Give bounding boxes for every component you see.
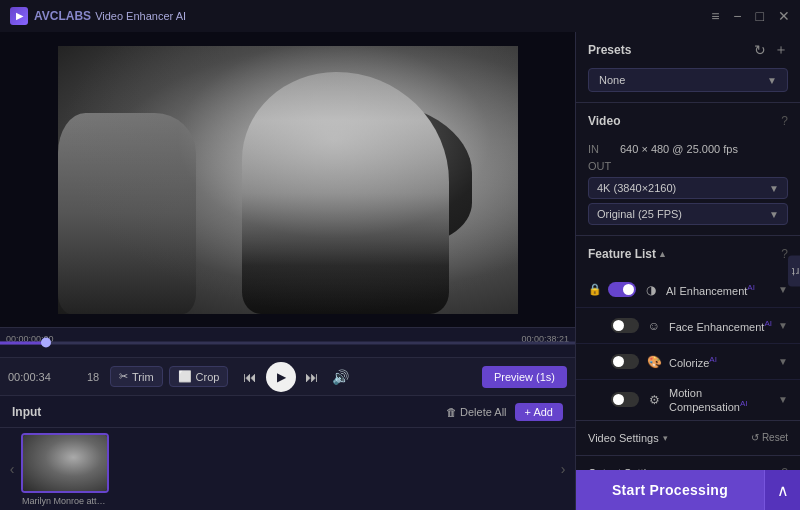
feature-name: Face EnhancementAI [669, 319, 772, 333]
video-out-row: OUT [588, 160, 788, 172]
file-thumbnail [21, 433, 109, 493]
main-layout: 00:00:00:00 00:00:38:21 00:00:34 18 ✂ Tr… [0, 32, 800, 510]
minimize-icon[interactable]: − [733, 9, 741, 23]
face-enhancement-toggle[interactable] [611, 318, 639, 333]
chevron-down-icon: ▼ [767, 75, 777, 86]
play-button[interactable]: ▶ [266, 362, 296, 392]
timeline-area[interactable]: 00:00:00:00 00:00:38:21 [0, 327, 575, 357]
fps-value: Original (25 FPS) [597, 208, 682, 220]
feature-list-chevron[interactable]: ▲ [658, 249, 667, 259]
titlebar: ▶ AVCLABS Video Enhancer AI ≡ − □ ✕ [0, 0, 800, 32]
scroll-right-arrow[interactable]: › [555, 461, 571, 477]
crop-icon: ⬜ [178, 370, 192, 383]
maximize-icon[interactable]: □ [756, 9, 764, 23]
colorize-toggle[interactable] [611, 354, 639, 369]
trim-button[interactable]: ✂ Trim [110, 366, 163, 387]
output-settings-section: Output Settings ▾ ? [576, 456, 800, 470]
file-list: Marilyn Monroe atten... [20, 433, 555, 506]
file-name: Marilyn Monroe atten... [22, 496, 108, 506]
toggle-knob [613, 320, 624, 331]
input-title: Input [12, 405, 41, 419]
export-tab[interactable]: Export [788, 256, 800, 287]
chevron-down-icon: ▼ [769, 183, 779, 194]
scroll-left-arrow[interactable]: ‹ [4, 461, 20, 477]
in-value: 640 × 480 @ 25.000 fps [620, 143, 738, 155]
list-item[interactable]: Marilyn Monroe atten... [20, 433, 110, 506]
out-label: OUT [588, 160, 620, 172]
chevron-down-icon: ▼ [769, 209, 779, 220]
close-icon[interactable]: ✕ [778, 9, 790, 23]
settings-actions: ↺ Reset [751, 432, 788, 443]
fps-dropdown[interactable]: Original (25 FPS) ▼ [588, 203, 788, 225]
video-preview [0, 32, 575, 327]
delete-all-button[interactable]: 🗑 Delete All [446, 406, 506, 418]
preset-dropdown[interactable]: None ▼ [588, 68, 788, 92]
resolution-dropdown[interactable]: 4K (3840×2160) ▼ [588, 177, 788, 199]
expand-icon[interactable]: ▼ [778, 356, 788, 367]
start-processing-area: Start Processing ∧ [576, 470, 800, 510]
feature-name: Motion CompensationAI [669, 387, 772, 413]
video-help: ? [781, 114, 788, 128]
expand-icon[interactable]: ▼ [778, 320, 788, 331]
motion-compensation-toggle[interactable] [611, 392, 639, 407]
video-bw-overlay [58, 46, 518, 314]
feature-list-section: Feature List ▲ ? 🔒 ◑ AI EnhancementAI [576, 236, 800, 421]
expand-icon[interactable]: ▼ [778, 284, 788, 295]
input-content: ‹ Marilyn Monroe atten... › [0, 428, 575, 510]
app-name: AVCLABS [34, 9, 91, 23]
trash-icon: 🗑 [446, 406, 457, 418]
add-button[interactable]: + Add [515, 403, 563, 421]
toggle-knob [613, 394, 624, 405]
face-icon: ☺ [645, 317, 663, 335]
refresh-presets-button[interactable]: ↻ [754, 42, 766, 58]
motion-icon: ⚙ [645, 391, 663, 409]
thumb-figures [23, 435, 107, 491]
video-title: Video [588, 114, 620, 128]
skip-forward-button[interactable]: ⏭ [300, 365, 324, 389]
transport-controls: ⏮ ▶ ⏭ 🔊 [238, 362, 349, 392]
left-panel: 00:00:00:00 00:00:38:21 00:00:34 18 ✂ Tr… [0, 32, 575, 510]
feature-list-title: Feature List [588, 247, 656, 261]
add-preset-button[interactable]: ＋ [774, 41, 788, 59]
start-processing-expand-button[interactable]: ∧ [764, 470, 800, 510]
crop-button[interactable]: ⬜ Crop [169, 366, 229, 387]
ai-enhancement-toggle[interactable] [608, 282, 636, 297]
input-actions: 🗑 Delete All + Add [446, 403, 563, 421]
logo-icon: ▶ [10, 7, 28, 25]
timeline-bar[interactable] [0, 341, 575, 344]
lock-icon: 🔒 [588, 283, 602, 296]
presets-header: Presets ↻ ＋ [576, 32, 800, 68]
video-in-row: IN 640 × 480 @ 25.000 fps [588, 143, 788, 155]
feature-list-help: ? [781, 247, 788, 261]
video-header: Video ? [576, 103, 800, 139]
reset-icon: ↺ [751, 432, 759, 443]
expand-icon[interactable]: ▼ [778, 394, 788, 405]
volume-button[interactable]: 🔊 [332, 369, 349, 385]
output-settings-row: Output Settings ▾ ? [576, 456, 800, 470]
toggle-knob [623, 284, 634, 295]
chevron-down-icon[interactable]: ▾ [663, 433, 668, 443]
input-header: Input 🗑 Delete All + Add [0, 396, 575, 428]
enhancement-icon: ◑ [642, 281, 660, 299]
feature-ai-enhancement: 🔒 ◑ AI EnhancementAI ▼ [576, 272, 800, 308]
start-processing-button[interactable]: Start Processing [576, 470, 764, 510]
video-info: IN 640 × 480 @ 25.000 fps OUT 4K (3840×2… [576, 139, 800, 235]
ai-badge: AI [764, 319, 772, 328]
help-icon[interactable]: ? [781, 247, 788, 261]
preview-button[interactable]: Preview (1s) [482, 366, 567, 388]
app-subtitle: Video Enhancer AI [95, 10, 186, 22]
resolution-value: 4K (3840×2160) [597, 182, 676, 194]
video-inner-glow [58, 46, 518, 314]
reset-button[interactable]: ↺ Reset [751, 432, 788, 443]
app-logo: ▶ AVCLABS [10, 7, 91, 25]
trim-icon: ✂ [119, 370, 128, 383]
help-icon[interactable]: ? [781, 114, 788, 128]
menu-icon[interactable]: ≡ [711, 9, 719, 23]
chevron-up-icon: ∧ [777, 481, 789, 500]
feature-list-header: Feature List ▲ ? [576, 236, 800, 272]
skip-back-button[interactable]: ⏮ [238, 365, 262, 389]
video-section: Video ? IN 640 × 480 @ 25.000 fps OUT 4K… [576, 103, 800, 236]
toggle-knob [613, 356, 624, 367]
input-panel: Input 🗑 Delete All + Add ‹ [0, 395, 575, 510]
window-controls[interactable]: ≡ − □ ✕ [711, 9, 790, 23]
